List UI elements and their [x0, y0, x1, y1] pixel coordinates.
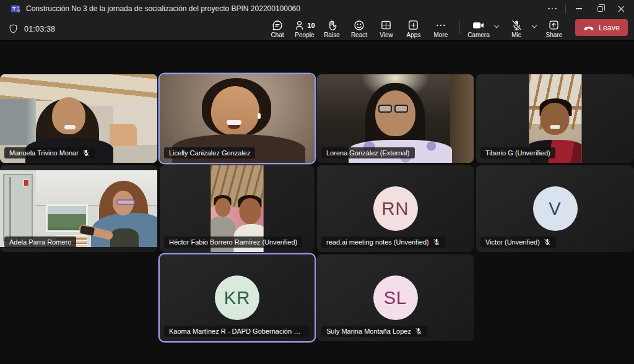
avatar-initials: V	[549, 199, 561, 219]
video-feed	[0, 170, 157, 247]
meeting-toolbar: 01:03:38 Chat 10 People	[0, 17, 634, 41]
view-button[interactable]: View	[373, 17, 399, 41]
toolbar-separator	[459, 20, 460, 34]
phone-hangup-icon	[583, 24, 594, 32]
raise-hand-icon	[326, 19, 338, 32]
mic-off-icon	[433, 238, 440, 246]
people-button[interactable]: 10 People	[292, 17, 317, 41]
title-bar: Construcción No 3 de la jornada de socia…	[0, 0, 634, 17]
share-screen-icon	[548, 19, 560, 31]
participant-tile-kaoma[interactable]: KR Kaoma Martínez R - DAPD Gobernación d…	[160, 254, 315, 341]
participant-tile-manuela[interactable]: Manuela Trivino Monar	[0, 74, 157, 163]
participant-tile-lorena[interactable]: Lorena González (External)	[317, 74, 474, 163]
participant-name-label: Manuela Trivino Monar	[4, 147, 95, 158]
chat-button[interactable]: Chat	[264, 17, 290, 41]
chevron-down-icon	[493, 23, 500, 30]
shield-icon	[8, 24, 19, 34]
participant-tile-hector[interactable]: Héctor Fabio Borrero Ramírez (Unverified…	[160, 165, 315, 252]
window-title: Construcción No 3 de la jornada de socia…	[26, 4, 300, 13]
video-grid: Manuela Trivino Monar Licelly Canizalez …	[0, 41, 634, 364]
participant-name-label: Adela Parra Romero	[4, 236, 76, 248]
ellipsis-icon	[548, 8, 557, 10]
avatar: KR	[215, 275, 259, 320]
participant-tile-licelly[interactable]: Licelly Canizalez Gonzalez	[160, 74, 315, 163]
participant-name-label: Kaoma Martínez R - DAPD Gobernación de V…	[164, 326, 309, 337]
minimize-icon	[576, 8, 582, 9]
maximize-button[interactable]	[589, 0, 610, 17]
participant-tile-tiberio[interactable]: Tiberio G (Unverified)	[476, 74, 634, 163]
avatar: V	[533, 186, 578, 231]
participant-tile-adela[interactable]: Adela Parra Romero	[0, 165, 157, 252]
react-button[interactable]: React	[346, 17, 371, 41]
chat-icon	[271, 19, 284, 32]
participant-name-label: Lorena González (External)	[321, 147, 415, 158]
teams-logo-icon	[11, 4, 20, 14]
avatar-initials: SL	[384, 288, 407, 308]
chevron-down-icon	[531, 23, 538, 30]
share-button[interactable]: Share	[541, 17, 567, 41]
participant-name-label: read.ai meeting notes (Unverified)	[321, 236, 445, 248]
meeting-timer: 01:03:38	[24, 25, 55, 33]
mic-muted-icon	[510, 19, 523, 32]
avatar-initials: RN	[382, 199, 409, 219]
mic-off-icon	[82, 149, 90, 157]
titlebar-separator	[565, 4, 566, 13]
avatar-initials: KR	[224, 288, 250, 308]
meeting-timer-group: 01:03:38	[8, 24, 55, 34]
minimize-button[interactable]	[568, 0, 589, 17]
camera-icon	[472, 19, 485, 32]
close-button[interactable]	[610, 0, 632, 17]
camera-options-chevron[interactable]	[493, 22, 500, 33]
participant-name-label: Suly Marina Montaña Lopez	[321, 326, 427, 337]
window-more-button[interactable]	[542, 0, 563, 17]
apps-plus-icon	[407, 19, 419, 31]
people-icon	[294, 19, 306, 31]
participant-tile-readai[interactable]: RN read.ai meeting notes (Unverified)	[317, 165, 474, 252]
avatar: SL	[373, 275, 418, 320]
participant-name-label: Tiberio G (Unverified)	[480, 147, 555, 158]
participant-tile-suly[interactable]: SL Suly Marina Montaña Lopez	[317, 254, 474, 341]
leave-label: Leave	[599, 24, 620, 32]
participant-name-label: Héctor Fabio Borrero Ramírez (Unverified…	[164, 236, 302, 248]
raise-hand-button[interactable]: Raise	[319, 17, 344, 41]
participant-name-label: Licelly Canizalez Gonzalez	[164, 147, 255, 158]
teams-meeting-window: Construcción No 3 de la jornada de socia…	[0, 0, 634, 364]
people-count-badge: 10	[307, 22, 315, 29]
mic-button[interactable]: Mic	[503, 17, 529, 41]
more-button[interactable]: More	[428, 17, 453, 41]
close-icon	[618, 6, 625, 12]
camera-button[interactable]: Camera	[466, 17, 491, 41]
mic-off-icon	[415, 327, 422, 335]
leave-button[interactable]: Leave	[575, 19, 628, 36]
grid-view-icon	[380, 19, 392, 31]
mic-off-icon	[544, 238, 551, 246]
restore-icon	[597, 6, 603, 12]
avatar: RN	[373, 186, 418, 231]
mic-options-chevron[interactable]	[531, 22, 538, 33]
participant-name-label: Victor (Unverified)	[480, 236, 556, 248]
more-dots-icon	[435, 19, 447, 32]
participant-tile-victor[interactable]: V Victor (Unverified)	[476, 165, 634, 252]
apps-button[interactable]: Apps	[401, 17, 426, 41]
smiley-icon	[353, 19, 365, 32]
